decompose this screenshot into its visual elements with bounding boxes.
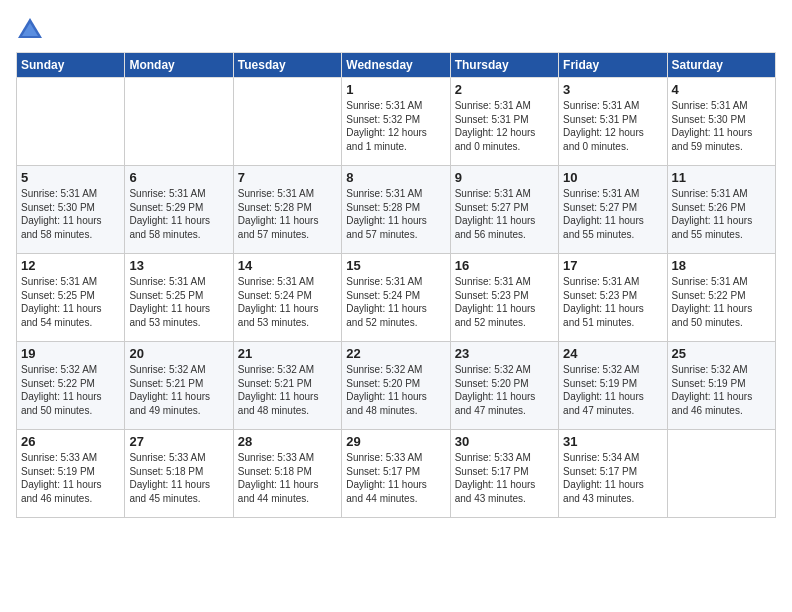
cell-text: Sunrise: 5:31 AM Sunset: 5:25 PM Dayligh… [129,275,228,329]
calendar-cell: 27Sunrise: 5:33 AM Sunset: 5:18 PM Dayli… [125,430,233,518]
cell-text: Sunrise: 5:34 AM Sunset: 5:17 PM Dayligh… [563,451,662,505]
day-number: 31 [563,434,662,449]
calendar-cell: 2Sunrise: 5:31 AM Sunset: 5:31 PM Daylig… [450,78,558,166]
calendar-cell: 13Sunrise: 5:31 AM Sunset: 5:25 PM Dayli… [125,254,233,342]
cell-text: Sunrise: 5:31 AM Sunset: 5:27 PM Dayligh… [455,187,554,241]
weekday-header-friday: Friday [559,53,667,78]
day-number: 10 [563,170,662,185]
calendar-cell: 6Sunrise: 5:31 AM Sunset: 5:29 PM Daylig… [125,166,233,254]
calendar-cell: 5Sunrise: 5:31 AM Sunset: 5:30 PM Daylig… [17,166,125,254]
cell-text: Sunrise: 5:31 AM Sunset: 5:28 PM Dayligh… [238,187,337,241]
day-number: 20 [129,346,228,361]
calendar-cell: 26Sunrise: 5:33 AM Sunset: 5:19 PM Dayli… [17,430,125,518]
day-number: 27 [129,434,228,449]
calendar-cell: 22Sunrise: 5:32 AM Sunset: 5:20 PM Dayli… [342,342,450,430]
calendar-cell: 23Sunrise: 5:32 AM Sunset: 5:20 PM Dayli… [450,342,558,430]
calendar-cell: 3Sunrise: 5:31 AM Sunset: 5:31 PM Daylig… [559,78,667,166]
calendar-cell: 11Sunrise: 5:31 AM Sunset: 5:26 PM Dayli… [667,166,775,254]
cell-text: Sunrise: 5:31 AM Sunset: 5:28 PM Dayligh… [346,187,445,241]
day-number: 16 [455,258,554,273]
calendar: SundayMondayTuesdayWednesdayThursdayFrid… [16,52,776,518]
calendar-cell: 17Sunrise: 5:31 AM Sunset: 5:23 PM Dayli… [559,254,667,342]
day-number: 11 [672,170,771,185]
cell-text: Sunrise: 5:32 AM Sunset: 5:21 PM Dayligh… [129,363,228,417]
calendar-cell: 8Sunrise: 5:31 AM Sunset: 5:28 PM Daylig… [342,166,450,254]
day-number: 18 [672,258,771,273]
cell-text: Sunrise: 5:33 AM Sunset: 5:18 PM Dayligh… [129,451,228,505]
day-number: 23 [455,346,554,361]
cell-text: Sunrise: 5:33 AM Sunset: 5:17 PM Dayligh… [455,451,554,505]
day-number: 6 [129,170,228,185]
weekday-header-monday: Monday [125,53,233,78]
cell-text: Sunrise: 5:31 AM Sunset: 5:24 PM Dayligh… [238,275,337,329]
cell-text: Sunrise: 5:32 AM Sunset: 5:20 PM Dayligh… [455,363,554,417]
day-number: 26 [21,434,120,449]
calendar-cell [17,78,125,166]
cell-text: Sunrise: 5:33 AM Sunset: 5:19 PM Dayligh… [21,451,120,505]
day-number: 19 [21,346,120,361]
cell-text: Sunrise: 5:31 AM Sunset: 5:27 PM Dayligh… [563,187,662,241]
day-number: 28 [238,434,337,449]
calendar-cell: 21Sunrise: 5:32 AM Sunset: 5:21 PM Dayli… [233,342,341,430]
logo [16,16,47,44]
weekday-header-saturday: Saturday [667,53,775,78]
calendar-cell: 16Sunrise: 5:31 AM Sunset: 5:23 PM Dayli… [450,254,558,342]
calendar-cell [667,430,775,518]
day-number: 8 [346,170,445,185]
day-number: 5 [21,170,120,185]
day-number: 29 [346,434,445,449]
day-number: 24 [563,346,662,361]
calendar-week-row: 26Sunrise: 5:33 AM Sunset: 5:19 PM Dayli… [17,430,776,518]
day-number: 2 [455,82,554,97]
calendar-header-row: SundayMondayTuesdayWednesdayThursdayFrid… [17,53,776,78]
cell-text: Sunrise: 5:31 AM Sunset: 5:22 PM Dayligh… [672,275,771,329]
calendar-cell: 31Sunrise: 5:34 AM Sunset: 5:17 PM Dayli… [559,430,667,518]
day-number: 21 [238,346,337,361]
calendar-cell: 24Sunrise: 5:32 AM Sunset: 5:19 PM Dayli… [559,342,667,430]
cell-text: Sunrise: 5:33 AM Sunset: 5:17 PM Dayligh… [346,451,445,505]
cell-text: Sunrise: 5:31 AM Sunset: 5:29 PM Dayligh… [129,187,228,241]
cell-text: Sunrise: 5:32 AM Sunset: 5:22 PM Dayligh… [21,363,120,417]
weekday-header-sunday: Sunday [17,53,125,78]
calendar-cell: 28Sunrise: 5:33 AM Sunset: 5:18 PM Dayli… [233,430,341,518]
cell-text: Sunrise: 5:31 AM Sunset: 5:32 PM Dayligh… [346,99,445,153]
cell-text: Sunrise: 5:33 AM Sunset: 5:18 PM Dayligh… [238,451,337,505]
calendar-week-row: 19Sunrise: 5:32 AM Sunset: 5:22 PM Dayli… [17,342,776,430]
day-number: 30 [455,434,554,449]
day-number: 14 [238,258,337,273]
day-number: 13 [129,258,228,273]
cell-text: Sunrise: 5:31 AM Sunset: 5:23 PM Dayligh… [455,275,554,329]
cell-text: Sunrise: 5:32 AM Sunset: 5:19 PM Dayligh… [563,363,662,417]
calendar-cell: 30Sunrise: 5:33 AM Sunset: 5:17 PM Dayli… [450,430,558,518]
day-number: 25 [672,346,771,361]
calendar-week-row: 5Sunrise: 5:31 AM Sunset: 5:30 PM Daylig… [17,166,776,254]
cell-text: Sunrise: 5:31 AM Sunset: 5:26 PM Dayligh… [672,187,771,241]
day-number: 7 [238,170,337,185]
cell-text: Sunrise: 5:31 AM Sunset: 5:25 PM Dayligh… [21,275,120,329]
calendar-week-row: 1Sunrise: 5:31 AM Sunset: 5:32 PM Daylig… [17,78,776,166]
cell-text: Sunrise: 5:32 AM Sunset: 5:19 PM Dayligh… [672,363,771,417]
page: SundayMondayTuesdayWednesdayThursdayFrid… [0,0,792,612]
calendar-cell: 12Sunrise: 5:31 AM Sunset: 5:25 PM Dayli… [17,254,125,342]
weekday-header-thursday: Thursday [450,53,558,78]
day-number: 17 [563,258,662,273]
cell-text: Sunrise: 5:31 AM Sunset: 5:24 PM Dayligh… [346,275,445,329]
calendar-cell [125,78,233,166]
logo-icon [16,16,44,44]
cell-text: Sunrise: 5:32 AM Sunset: 5:21 PM Dayligh… [238,363,337,417]
calendar-cell: 14Sunrise: 5:31 AM Sunset: 5:24 PM Dayli… [233,254,341,342]
calendar-cell: 10Sunrise: 5:31 AM Sunset: 5:27 PM Dayli… [559,166,667,254]
calendar-cell: 1Sunrise: 5:31 AM Sunset: 5:32 PM Daylig… [342,78,450,166]
cell-text: Sunrise: 5:31 AM Sunset: 5:31 PM Dayligh… [455,99,554,153]
cell-text: Sunrise: 5:31 AM Sunset: 5:30 PM Dayligh… [672,99,771,153]
calendar-cell: 25Sunrise: 5:32 AM Sunset: 5:19 PM Dayli… [667,342,775,430]
day-number: 1 [346,82,445,97]
day-number: 3 [563,82,662,97]
weekday-header-wednesday: Wednesday [342,53,450,78]
cell-text: Sunrise: 5:31 AM Sunset: 5:31 PM Dayligh… [563,99,662,153]
day-number: 12 [21,258,120,273]
cell-text: Sunrise: 5:32 AM Sunset: 5:20 PM Dayligh… [346,363,445,417]
day-number: 22 [346,346,445,361]
calendar-cell: 4Sunrise: 5:31 AM Sunset: 5:30 PM Daylig… [667,78,775,166]
weekday-header-tuesday: Tuesday [233,53,341,78]
